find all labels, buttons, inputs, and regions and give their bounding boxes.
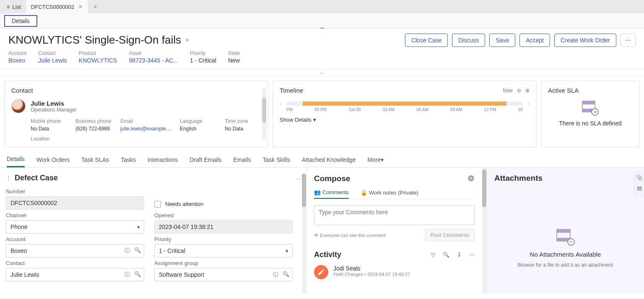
comment-input[interactable]: [314, 205, 475, 225]
close-case-button[interactable]: Close Case: [405, 34, 448, 47]
zoom-out-icon[interactable]: ⊖: [517, 88, 521, 94]
timeline-tick: 09 AM: [450, 107, 462, 112]
save-button[interactable]: Save: [489, 34, 515, 47]
timeline-now-button[interactable]: Now: [503, 88, 513, 94]
compose-panel: Compose ⚙ 👥 Comments 🔒 Work notes (Priva…: [306, 168, 482, 294]
panel-scroll-thumb[interactable]: [482, 169, 486, 207]
tab-attached-knowledge[interactable]: Attached Knowledge: [302, 152, 356, 167]
show-details-toggle[interactable]: Show Details ▾: [280, 117, 530, 123]
contact-avatar[interactable]: [11, 99, 26, 113]
side-rail: 📎 ▤: [634, 172, 644, 197]
zoom-in-icon[interactable]: ⊕: [525, 88, 530, 94]
discuss-button[interactable]: Discuss: [452, 34, 485, 47]
attachments-empty-icon: +: [556, 229, 575, 246]
sla-empty-text: There is no SLA defined: [548, 120, 633, 127]
meta-product-value[interactable]: KNOWLYTICS: [79, 57, 117, 64]
meta-contact-value[interactable]: Julie Lewis: [38, 57, 67, 64]
meta-asset-value[interactable]: 98723-3445 - AC...: [129, 57, 178, 64]
assignment-group-field[interactable]: [154, 268, 293, 281]
opened-field: [154, 220, 293, 234]
priority-label: Priority: [154, 236, 293, 242]
tab-task-skills[interactable]: Task Skills: [262, 152, 290, 167]
tab-work-orders[interactable]: Work Orders: [36, 152, 70, 167]
tab-interactions[interactable]: Interactions: [148, 152, 178, 167]
tab-draft-emails[interactable]: Draft Emails: [190, 152, 221, 167]
account-field[interactable]: [6, 244, 144, 257]
tab-details[interactable]: Details: [7, 152, 25, 167]
timeline-tick: 03 AM: [383, 107, 395, 112]
filter-icon[interactable]: ▽: [431, 252, 435, 258]
timeline-prev-icon[interactable]: ‹: [280, 101, 281, 107]
record-meta: AccountBoxeo ContactJulie Lewis ProductK…: [0, 50, 644, 69]
compose-settings-icon[interactable]: ⚙: [467, 174, 475, 183]
needs-attention-label: Needs attention: [165, 201, 203, 207]
info-icon[interactable]: ⓘ: [125, 247, 130, 255]
record-tabs: Details Work Orders Task SLAs Tasks Inte…: [0, 152, 644, 168]
template-icon[interactable]: ▤: [637, 185, 642, 191]
tab-record-label: DFCTCS0000002: [31, 4, 74, 10]
sla-empty-icon: ✕: [582, 101, 599, 116]
window-tab-bar: ≡ List DFCTCS0000002 ✕ ＋: [0, 0, 644, 13]
tab-list-label: List: [13, 4, 21, 10]
channel-select[interactable]: [6, 220, 144, 234]
activity-entry[interactable]: Jodi Seals Field Changes • 2023-04-07 19…: [314, 265, 475, 279]
attachments-hint[interactable]: Browse for a file to add it as an attach…: [494, 262, 636, 268]
chevron-down-icon: ▾: [313, 117, 316, 123]
tag-icon[interactable]: ⌖: [185, 36, 189, 44]
edit-icon: [317, 268, 325, 276]
contact-name: Julie Lewis: [31, 100, 76, 107]
close-icon[interactable]: ✕: [78, 4, 83, 10]
create-work-order-button[interactable]: Create Work Order: [554, 34, 616, 47]
contact-field[interactable]: [6, 268, 144, 281]
tab-comments[interactable]: 👥 Comments: [314, 189, 349, 199]
activity-user: Jodi Seals: [333, 265, 410, 272]
post-comments-button[interactable]: Post Comments: [425, 229, 475, 241]
tab-emails[interactable]: Emails: [233, 152, 251, 167]
tab-work-notes[interactable]: 🔒 Work notes (Private): [361, 189, 418, 199]
form-panel: ⋮ Defect Case ︿ Number Needs attention C…: [0, 168, 306, 294]
more-icon[interactable]: ⋯: [469, 252, 475, 258]
tab-tasks[interactable]: Tasks: [121, 152, 136, 167]
timeline-tick: 06 AM: [416, 107, 428, 112]
mobile-value: No Data: [31, 126, 67, 132]
details-chip[interactable]: Details: [4, 15, 37, 27]
timeline-card: Timeline Now ⊖ ⊕ ‹ › PM 09 PM Sat 08 03 …: [273, 81, 537, 148]
tab-task-slas[interactable]: Task SLAs: [81, 152, 109, 167]
timezone-value: No Data: [225, 126, 261, 132]
accept-button[interactable]: Accept: [519, 34, 550, 47]
number-label: Number: [6, 188, 144, 195]
timeline-segment[interactable]: [303, 101, 506, 106]
people-icon: 👥: [314, 189, 321, 195]
visibility-text: Everyone can see this comment: [320, 233, 386, 238]
priority-select[interactable]: [154, 244, 293, 257]
form-collapse-icon[interactable]: ︿: [296, 174, 302, 182]
tab-more[interactable]: More ▾: [367, 152, 384, 167]
search-icon[interactable]: 🔍: [134, 271, 141, 278]
timeline-ticks: PM 09 PM Sat 08 03 AM 06 AM 09 AM 12 PM …: [286, 107, 523, 112]
search-icon[interactable]: 🔍: [443, 252, 449, 258]
email-value[interactable]: julie.lewis@example....: [120, 126, 171, 132]
compose-title: Compose: [314, 174, 351, 183]
scrollbar-thumb[interactable]: [262, 98, 266, 123]
info-icon[interactable]: ⓘ: [273, 271, 278, 278]
info-icon[interactable]: ⓘ: [125, 271, 130, 278]
search-icon[interactable]: 🔍: [134, 247, 141, 255]
sort-icon[interactable]: ↧: [457, 252, 462, 258]
form-title: Defect Case: [15, 174, 58, 182]
timeline-next-icon[interactable]: ›: [528, 101, 530, 107]
tab-record[interactable]: DFCTCS0000002 ✕: [26, 0, 88, 13]
timeline-tick: 09 PM: [314, 107, 327, 112]
form-scroll-thumb[interactable]: [302, 174, 306, 207]
collapse-header-button[interactable]: ︿: [0, 69, 644, 76]
email-label: Email: [120, 118, 171, 124]
new-tab-button[interactable]: ＋: [88, 0, 101, 13]
form-menu-icon[interactable]: ⋮: [6, 175, 11, 181]
more-actions-button[interactable]: ⋯: [621, 34, 636, 47]
needs-attention-checkbox[interactable]: [154, 201, 161, 208]
tab-list[interactable]: ≡ List: [2, 0, 26, 13]
search-icon[interactable]: 🔍: [283, 271, 289, 278]
attachments-empty-text: No Attachments Available: [494, 251, 636, 258]
panel-scroll-track: [482, 168, 486, 294]
attachment-icon[interactable]: 📎: [636, 174, 643, 181]
meta-account-value[interactable]: Boxeo: [8, 57, 26, 64]
